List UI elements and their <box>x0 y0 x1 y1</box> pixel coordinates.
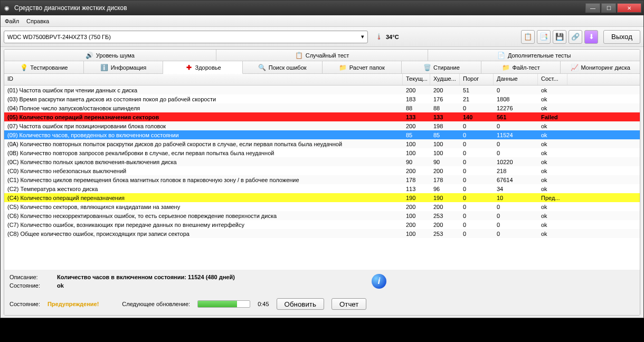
table-row[interactable]: (09) Количество часов, проведенных во вк… <box>4 130 640 139</box>
cell-threshold: 0 <box>460 231 494 237</box>
copy-all-icon[interactable]: 📑 <box>537 30 551 44</box>
table-row[interactable]: (05) Количество операций переназначения … <box>4 112 640 121</box>
cell-id: (05) Количество операций переназначения … <box>4 114 403 120</box>
tab-label: Тестирование <box>30 64 68 71</box>
table-row[interactable]: (C6) Количество нескорректированных ошиб… <box>4 211 640 220</box>
exit-button[interactable]: Выход <box>603 30 640 44</box>
lower-tab-4[interactable]: 📁Расчет папок <box>323 61 402 73</box>
table-row[interactable]: (07) Частота ошибок при позиционировании… <box>4 121 640 130</box>
lower-tab-7[interactable]: 📈Мониторинг диска <box>561 61 640 73</box>
cell-data: 0 <box>494 141 538 147</box>
table-row[interactable]: (01) Частота ошибок при чтении данных с … <box>4 86 640 94</box>
cell-id: (0C) Количество полных циклов включения-… <box>4 159 403 165</box>
lower-tab-3[interactable]: 🔍Поиск ошибок <box>243 61 323 73</box>
table-row[interactable]: (C1) Количество циклов перемещения блока… <box>4 175 640 184</box>
table-row[interactable]: (C2) Температура жесткого диска11396034o… <box>4 184 640 193</box>
lower-tab-5[interactable]: 🗑️Стирание <box>402 61 481 73</box>
lower-tab-1[interactable]: ℹ️Информация <box>84 61 164 73</box>
state-value: ok <box>57 282 64 289</box>
lower-tab-2[interactable]: ✚Здоровье <box>163 61 243 74</box>
table-row[interactable]: (04) Полное число запусков/остановок шпи… <box>4 103 640 112</box>
cell-worst: 200 <box>430 222 460 228</box>
report-button[interactable]: Отчет <box>332 298 367 310</box>
cell-id: (C7) Количество ошибок, возникающих при … <box>4 222 403 228</box>
table-row[interactable]: (03) Время раскрутки пакета дисков из со… <box>4 94 640 103</box>
cell-data: 34 <box>494 186 538 192</box>
col-status[interactable]: Сост... <box>538 74 567 85</box>
cell-id: (01) Частота ошибок при чтении данных с … <box>4 87 403 93</box>
cell-data: 561 <box>494 114 538 120</box>
cell-id: (C1) Количество циклов перемещения блока… <box>4 177 403 183</box>
link-icon[interactable]: 🔗 <box>569 30 582 44</box>
lower-tab-0[interactable]: 💡Тестирование <box>4 61 84 73</box>
minimize-button[interactable]: — <box>585 3 600 13</box>
table-row[interactable]: (C0) Количество небезопасных выключений2… <box>4 166 640 175</box>
cell-id: (0B) Количество повторов запросов рекали… <box>4 150 403 156</box>
table-body: (01) Частота ошибок при чтении данных с … <box>4 86 640 238</box>
cell-id: (C4) Количество операций переназначения <box>4 195 403 201</box>
smart-table: ID Текущ... Худше... Порог Данные Сост..… <box>4 74 640 270</box>
cell-current: 200 <box>403 168 430 174</box>
cell-data: 10 <box>494 195 538 201</box>
cell-worst: 253 <box>430 231 460 237</box>
info-icon[interactable]: i <box>372 274 386 289</box>
cell-current: 200 <box>403 204 430 210</box>
window-controls: — ☐ ✕ <box>585 3 641 13</box>
col-current[interactable]: Текущ... <box>403 74 430 85</box>
table-row[interactable]: (0A) Количество повторных попыток раскру… <box>4 139 640 148</box>
tab-label: Здоровье <box>195 64 221 71</box>
temperature-value: 34°C <box>386 34 399 40</box>
table-row[interactable]: (C8) Общее количество ошибок, происходящ… <box>4 229 640 238</box>
cell-status: ok <box>538 186 567 192</box>
table-header: ID Текущ... Худше... Порог Данные Сост..… <box>4 74 640 86</box>
cell-current: 200 <box>403 222 430 228</box>
table-row[interactable]: (0B) Количество повторов запросов рекали… <box>4 148 640 157</box>
cell-current: 133 <box>403 114 430 120</box>
cell-threshold: 0 <box>460 168 494 174</box>
tab-label: Стирание <box>433 64 460 71</box>
cell-data: 0 <box>494 204 538 210</box>
cell-data: 12276 <box>494 105 538 111</box>
update-progress <box>197 300 250 308</box>
cell-threshold: 51 <box>460 87 494 93</box>
cell-current: 100 <box>403 141 430 147</box>
cell-current: 113 <box>403 186 430 192</box>
cell-id: (C8) Общее количество ошибок, происходящ… <box>4 231 403 237</box>
disk-selector[interactable]: WDC WD7500BPVT-24HXZT3 (750 ГБ) ▾ <box>4 31 368 43</box>
cell-current: 100 <box>403 231 430 237</box>
upper-tab-1[interactable]: 📋Случайный тест <box>216 50 429 61</box>
cell-status: ok <box>538 168 567 174</box>
cell-threshold: 0 <box>460 132 494 138</box>
copy-icon[interactable]: 📋 <box>521 30 535 44</box>
tab-icon: ℹ️ <box>100 63 109 72</box>
tab-icon: 📋 <box>295 51 304 60</box>
toolbar-actions: 📋 📑 💾 🔗 ⬇ Выход <box>521 30 640 44</box>
col-id[interactable]: ID <box>4 74 403 85</box>
col-threshold[interactable]: Порог <box>460 74 494 85</box>
menu-help[interactable]: Справка <box>26 18 49 24</box>
save-icon[interactable]: 💾 <box>553 30 566 44</box>
cell-threshold: 21 <box>460 96 494 102</box>
cell-worst: 200 <box>430 168 460 174</box>
lower-tab-6[interactable]: 📁Файл-тест <box>481 61 561 73</box>
table-row[interactable]: (C7) Количество ошибок, возникающих при … <box>4 220 640 229</box>
cell-current: 200 <box>403 87 430 93</box>
cell-data: 0 <box>494 213 538 219</box>
menu-file[interactable]: Файл <box>5 18 19 24</box>
upper-tab-2[interactable]: 📄Дополнительные тесты <box>428 50 640 61</box>
col-worst[interactable]: Худше... <box>430 74 460 85</box>
download-icon[interactable]: ⬇ <box>584 30 598 44</box>
upper-tab-0[interactable]: 🔊Уровень шума <box>4 50 216 61</box>
cell-threshold: 0 <box>460 204 494 210</box>
cell-id: (09) Количество часов, проведенных во вк… <box>4 132 403 138</box>
col-data[interactable]: Данные <box>494 74 538 85</box>
table-row[interactable]: (0C) Количество полных циклов включения-… <box>4 157 640 166</box>
next-update-label: Следующее обновление: <box>122 301 190 307</box>
close-button[interactable]: ✕ <box>617 3 641 13</box>
table-row[interactable]: (C5) Количество секторов, являющихся кан… <box>4 202 640 211</box>
tab-label: Файл-тест <box>512 64 539 71</box>
refresh-button[interactable]: Обновить <box>277 298 324 310</box>
maximize-button[interactable]: ☐ <box>601 3 616 13</box>
tab-label: Мониторинг диска <box>581 64 630 71</box>
table-row[interactable]: (C4) Количество операций переназначения1… <box>4 193 640 202</box>
